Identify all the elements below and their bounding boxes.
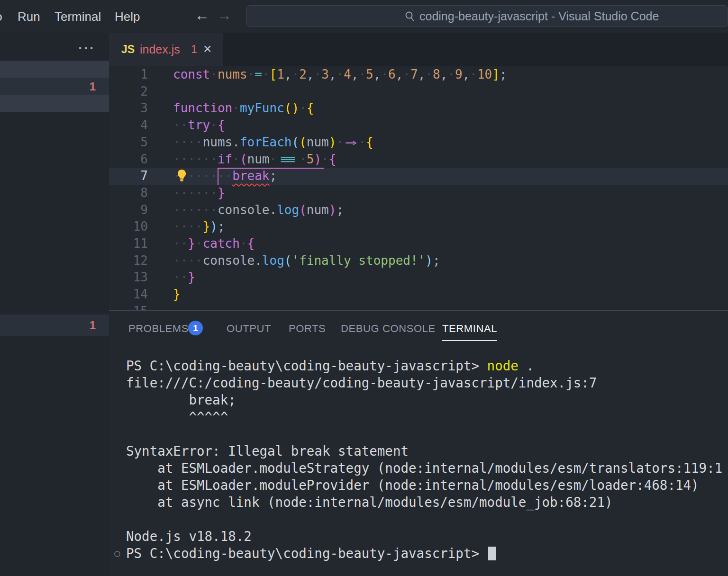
editor-line-4[interactable]: 4··try·{: [109, 117, 728, 134]
tab-index-js[interactable]: JS index.js 1 ×: [109, 33, 223, 66]
menu-item-run[interactable]: Run: [18, 9, 40, 24]
search-icon: [404, 11, 415, 22]
code-text: }: [173, 286, 181, 303]
nav-back-icon[interactable]: ←: [195, 7, 209, 24]
menu-item-go[interactable]: Go: [0, 9, 2, 24]
terminal-line-6: SyntaxError: Illegal break statement: [109, 442, 728, 459]
vscode-window: { "title_bar": { "menus": ["Go", "Run", …: [0, 0, 728, 576]
panel-tab-debug-console[interactable]: DEBUG CONSOLE: [341, 323, 436, 335]
js-file-icon: JS: [121, 43, 135, 56]
panel-tab-ports[interactable]: PORTS: [289, 323, 326, 335]
terminal-line-2: file:///C:/coding-beauty/coding-beauty-j…: [109, 374, 728, 391]
problems-count-badge: 1: [188, 321, 203, 335]
line-number: 7: [109, 168, 148, 185]
tab-close-icon[interactable]: ×: [203, 41, 212, 57]
line-number: 2: [109, 83, 148, 100]
editor-line-2[interactable]: 2: [109, 83, 728, 100]
editor-lines: 1const·nums·=·[1,·2,·3,·4,·5,·6,·7,·8,·9…: [109, 66, 728, 310]
terminal-line-4: ^^^^^: [109, 408, 728, 425]
code-text: ····});: [173, 218, 225, 235]
editor-line-3[interactable]: 3function·myFunc()·{: [109, 100, 728, 117]
code-editor[interactable]: 1const·nums·=·[1,·2,·3,·4,·5,·6,·7,·8,·9…: [109, 66, 728, 310]
line-number: 3: [109, 100, 148, 117]
editor-line-13[interactable]: 13··}: [109, 269, 728, 286]
editor-line-5[interactable]: 5····nums.forEach((num)·⇒·{: [109, 134, 728, 151]
terminal-line-5: [109, 425, 728, 442]
code-text: ······console.log(num);: [173, 202, 344, 219]
code-text: ··}: [173, 269, 195, 286]
editor-line-15[interactable]: 15: [109, 303, 728, 310]
terminal-line-7: at ESMLoader.moduleStrategy (node:intern…: [109, 459, 728, 477]
code-text: ········break;: [173, 168, 277, 185]
editor-line-14[interactable]: 14}: [109, 286, 728, 303]
menu-item-terminal[interactable]: Terminal: [55, 9, 101, 24]
terminal-line-3: break;: [109, 391, 728, 408]
bracket-guide-vertical: [218, 168, 218, 185]
panel-tab-problems[interactable]: PROBLEMS: [128, 323, 189, 335]
panel-tab-output[interactable]: OUTPUT: [227, 323, 271, 335]
more-actions-icon[interactable]: ⋯: [77, 38, 96, 58]
code-text: ······if·(num·≡·5)·{: [173, 151, 336, 168]
line-number: 9: [109, 202, 148, 219]
terminal-line-11: Node.js v18.18.2: [109, 528, 728, 545]
code-text: ··}·catch·{: [173, 235, 255, 252]
tab-label: index.js: [140, 43, 180, 56]
line-number: 15: [109, 303, 148, 310]
editor-line-12[interactable]: 12····console.log('finally stopped!');: [109, 252, 728, 270]
code-text: ····nums.forEach((num)·⇒·{: [173, 134, 373, 151]
bracket-guide-horizontal: [218, 168, 324, 169]
terminal-line-10: [109, 511, 728, 528]
line-number: 8: [109, 185, 148, 202]
menu-item-help[interactable]: Help: [115, 9, 140, 24]
line-number: 12: [109, 252, 148, 270]
editor-line-8[interactable]: 8······}: [109, 185, 728, 202]
bottom-panel: PROBLEMS 1 OUTPUT PORTS DEBUG CONSOLE TE…: [109, 310, 728, 576]
line-number: 1: [109, 66, 148, 83]
line-number: 11: [109, 235, 148, 252]
code-text: function·myFunc()·{: [173, 100, 314, 117]
editor-line-10[interactable]: 10····});: [109, 218, 728, 235]
editor-line-1[interactable]: 1const·nums·=·[1,·2,·3,·4,·5,·6,·7,·8,·9…: [109, 66, 728, 83]
line-number: 6: [109, 151, 148, 168]
line-number: 13: [109, 269, 148, 286]
editor-line-9[interactable]: 9······console.log(num);: [109, 202, 728, 219]
editor-line-11[interactable]: 11··}·catch·{: [109, 235, 728, 252]
sidebar-row[interactable]: [0, 61, 109, 78]
terminal-line-9: at async link (node:internal/modules/esm…: [109, 494, 728, 511]
tab-problem-badge: 1: [191, 43, 197, 56]
sidebar-bottom-row[interactable]: 1: [0, 315, 109, 336]
line-number: 5: [109, 134, 148, 151]
sidebar-row[interactable]: [0, 95, 109, 112]
sidebar: ⋯ 1 1: [0, 33, 109, 576]
code-text: ····console.log('finally stopped!');: [173, 252, 440, 270]
code-text: ··try·{: [173, 117, 225, 134]
code-text: ······}: [173, 185, 225, 202]
panel-header: PROBLEMS 1 OUTPUT PORTS DEBUG CONSOLE TE…: [109, 311, 728, 346]
terminal-line-1: PS C:\coding-beauty\coding-beauty-javasc…: [109, 357, 728, 374]
line-number: 14: [109, 286, 148, 303]
panel-tab-terminal[interactable]: TERMINAL: [442, 323, 497, 341]
window-search-box[interactable]: coding-beauty-javascript - Visual Studio…: [246, 5, 728, 27]
terminal-line-8: at ESMLoader.moduleProvider (node:intern…: [109, 477, 728, 494]
line-number: 10: [109, 218, 148, 235]
editor-line-7[interactable]: 7········break;: [109, 168, 728, 185]
problem-count-badge: 1: [90, 319, 96, 332]
prompt-decoration-icon: ○: [114, 545, 120, 562]
terminal-line-12: ○PS C:\coding-beauty\coding-beauty-javas…: [109, 545, 728, 562]
line-number: 4: [109, 117, 148, 134]
window-title: coding-beauty-javascript - Visual Studio…: [419, 6, 659, 27]
nav-forward-icon[interactable]: →: [217, 7, 232, 24]
editor-line-6[interactable]: 6······if·(num·≡·5)·{: [109, 151, 728, 168]
title-bar: Go Run Terminal Help ← → coding-beauty-j…: [0, 0, 728, 33]
terminal-output[interactable]: PS C:\coding-beauty\coding-beauty-javasc…: [109, 357, 728, 562]
problem-count-badge: 1: [90, 80, 96, 93]
code-text: const·nums·=·[1,·2,·3,·4,·5,·6,·7,·8,·9,…: [173, 66, 507, 83]
lightbulb-icon[interactable]: [176, 169, 188, 182]
terminal-cursor: [488, 547, 496, 560]
tab-bar: JS index.js 1 ×: [109, 33, 728, 66]
sidebar-row[interactable]: 1: [0, 78, 109, 95]
